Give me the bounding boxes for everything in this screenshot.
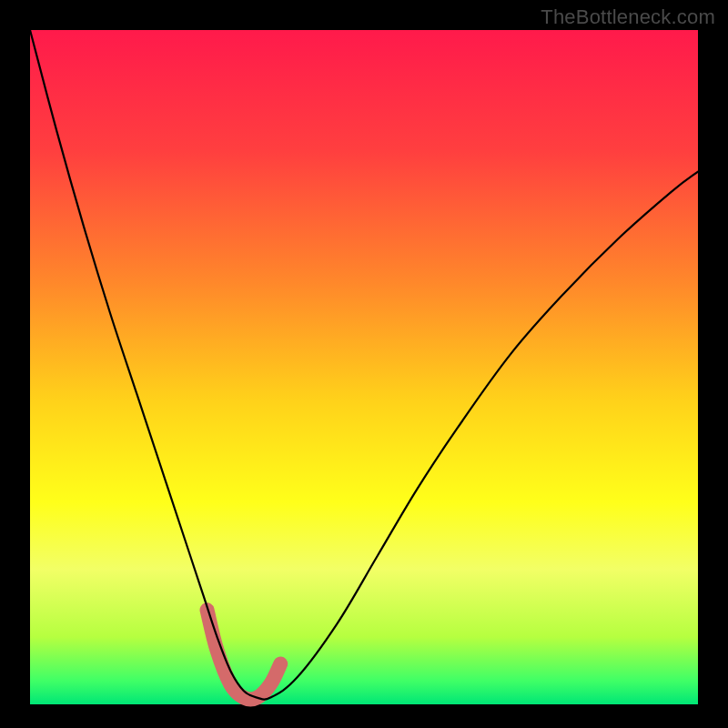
plot-background bbox=[30, 30, 698, 704]
chart-frame bbox=[0, 0, 728, 728]
bottleneck-chart bbox=[0, 0, 728, 728]
watermark-text: TheBottleneck.com bbox=[541, 5, 715, 29]
